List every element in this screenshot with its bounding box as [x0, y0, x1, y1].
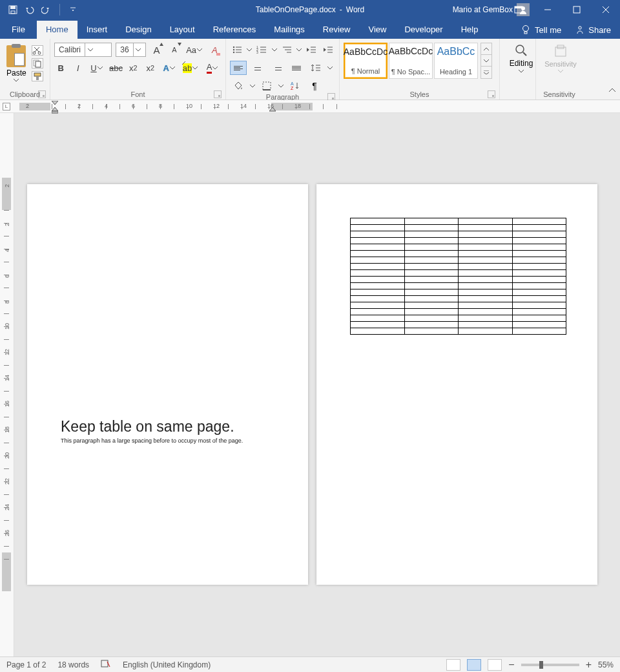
- web-layout-icon[interactable]: [488, 659, 502, 671]
- font-color-button[interactable]: A: [203, 61, 222, 75]
- italic-button[interactable]: I: [72, 61, 85, 75]
- sort-button[interactable]: AZ: [287, 79, 304, 93]
- sensitivity-button: Sensitivity: [540, 41, 581, 73]
- copy-icon[interactable]: [32, 58, 43, 68]
- shrink-font-button[interactable]: A: [167, 43, 181, 57]
- zoom-in-icon[interactable]: +: [586, 659, 592, 671]
- align-center-button[interactable]: [249, 61, 266, 75]
- maximize-icon[interactable]: [562, 0, 591, 19]
- save-icon[interactable]: [8, 5, 18, 15]
- bullets-button[interactable]: [230, 43, 244, 57]
- tab-selector-icon[interactable]: L: [3, 103, 10, 110]
- vertical-ruler[interactable]: 22468101214161820222426: [0, 113, 14, 656]
- page-indicator[interactable]: Page 1 of 2: [6, 660, 46, 669]
- share-button[interactable]: Share: [573, 21, 614, 39]
- shading-button[interactable]: [230, 79, 247, 93]
- zoom-out-icon[interactable]: −: [508, 659, 514, 671]
- decrease-indent-button[interactable]: [304, 43, 318, 57]
- svg-line-47: [523, 52, 526, 56]
- align-right-button[interactable]: [269, 61, 285, 75]
- justify-button[interactable]: [288, 61, 305, 75]
- multilevel-button[interactable]: [280, 43, 294, 57]
- text-effects-button[interactable]: A: [161, 61, 178, 75]
- dialog-launcher-icon[interactable]: [488, 90, 495, 98]
- document-canvas[interactable]: Keep table on same page. This paragraph …: [14, 113, 620, 656]
- svg-rect-15: [34, 73, 41, 76]
- grow-font-button[interactable]: A: [150, 43, 163, 57]
- subscript-button[interactable]: x2: [127, 61, 140, 75]
- tab-mailings[interactable]: Mailings: [265, 21, 314, 39]
- minimize-icon[interactable]: [533, 0, 562, 19]
- tab-file[interactable]: File: [0, 21, 37, 39]
- styles-down-icon[interactable]: [481, 55, 491, 67]
- print-layout-icon[interactable]: [467, 659, 481, 671]
- zoom-slider[interactable]: [521, 664, 579, 666]
- doc-paragraph[interactable]: This paragraph has a large spacing befor…: [61, 437, 243, 444]
- horizontal-ruler[interactable]: L 224681012141618: [0, 100, 620, 113]
- tab-design[interactable]: Design: [116, 21, 160, 39]
- editing-button[interactable]: Editing: [504, 41, 539, 73]
- tab-help[interactable]: Help: [452, 21, 488, 39]
- svg-rect-0: [9, 6, 17, 14]
- line-spacing-button[interactable]: [307, 61, 324, 75]
- read-mode-icon[interactable]: [446, 659, 460, 671]
- close-icon[interactable]: [591, 0, 620, 19]
- word-count[interactable]: 18 words: [57, 660, 89, 669]
- styles-more-icon[interactable]: [481, 67, 491, 78]
- spellcheck-icon[interactable]: [101, 659, 111, 670]
- paste-button[interactable]: Paste: [4, 44, 29, 83]
- underline-button[interactable]: U: [88, 61, 105, 75]
- tab-review[interactable]: Review: [314, 21, 360, 39]
- group-sensitivity: Sensitivity Sensitivity: [536, 39, 583, 100]
- superscript-button[interactable]: x2: [144, 61, 158, 75]
- style-heading-1[interactable]: AaBbCcHeading 1: [434, 43, 478, 79]
- undo-icon[interactable]: [25, 5, 35, 15]
- first-line-indent-icon[interactable]: [52, 101, 58, 107]
- show-marks-button[interactable]: ¶: [306, 79, 323, 93]
- svg-point-11: [33, 52, 36, 54]
- ribbon-display-icon[interactable]: [504, 0, 533, 19]
- change-case-button[interactable]: Aa: [185, 43, 204, 57]
- numbering-button[interactable]: 123: [254, 43, 269, 57]
- redo-icon[interactable]: [41, 5, 52, 15]
- qat-customize-icon[interactable]: [68, 5, 78, 15]
- status-bar: Page 1 of 2 18 words English (United Kin…: [0, 656, 620, 672]
- dialog-launcher-icon[interactable]: [38, 90, 46, 98]
- styles-up-icon[interactable]: [481, 43, 491, 55]
- borders-button[interactable]: [258, 79, 275, 93]
- style---no-spac---[interactable]: AaBbCcDc¶ No Spac...: [389, 43, 433, 79]
- tab-developer[interactable]: Developer: [395, 21, 451, 39]
- svg-rect-2: [11, 11, 15, 14]
- svg-point-20: [233, 49, 234, 50]
- title-bar: TableOnOnePage.docx - Word Mario at GemB…: [0, 0, 620, 19]
- cut-icon[interactable]: [32, 45, 43, 56]
- svg-rect-48: [555, 47, 566, 56]
- svg-rect-51: [101, 660, 108, 667]
- doc-table[interactable]: [350, 218, 566, 335]
- svg-rect-16: [36, 76, 39, 80]
- tab-references[interactable]: References: [204, 21, 265, 39]
- dialog-launcher-icon[interactable]: [214, 90, 222, 98]
- increase-indent-button[interactable]: [321, 43, 335, 57]
- tell-me[interactable]: Tell me: [518, 21, 564, 39]
- align-left-button[interactable]: [230, 61, 247, 75]
- doc-heading[interactable]: Keep table on same page.: [61, 418, 234, 436]
- svg-text:3: 3: [256, 50, 258, 54]
- tab-view[interactable]: View: [359, 21, 395, 39]
- tab-layout[interactable]: Layout: [161, 21, 204, 39]
- window-controls: [504, 0, 620, 19]
- bold-button[interactable]: B: [54, 61, 68, 75]
- style---normal[interactable]: AaBbCcDc¶ Normal: [344, 43, 388, 79]
- clear-formatting-button[interactable]: A: [208, 43, 222, 57]
- strikethrough-button[interactable]: abc: [109, 61, 123, 75]
- language-indicator[interactable]: English (United Kingdom): [123, 660, 211, 669]
- tab-home[interactable]: Home: [37, 21, 78, 39]
- tab-insert[interactable]: Insert: [78, 21, 117, 39]
- format-painter-icon[interactable]: [32, 71, 43, 81]
- zoom-level[interactable]: 55%: [598, 660, 614, 669]
- font-name-combo[interactable]: Calibri: [54, 43, 112, 57]
- font-size-combo[interactable]: 36: [116, 43, 146, 57]
- highlight-button[interactable]: ab: [181, 61, 200, 75]
- collapse-ribbon-icon[interactable]: [608, 85, 616, 97]
- group-paragraph: 123 AZ ¶ Paragraph: [226, 39, 340, 100]
